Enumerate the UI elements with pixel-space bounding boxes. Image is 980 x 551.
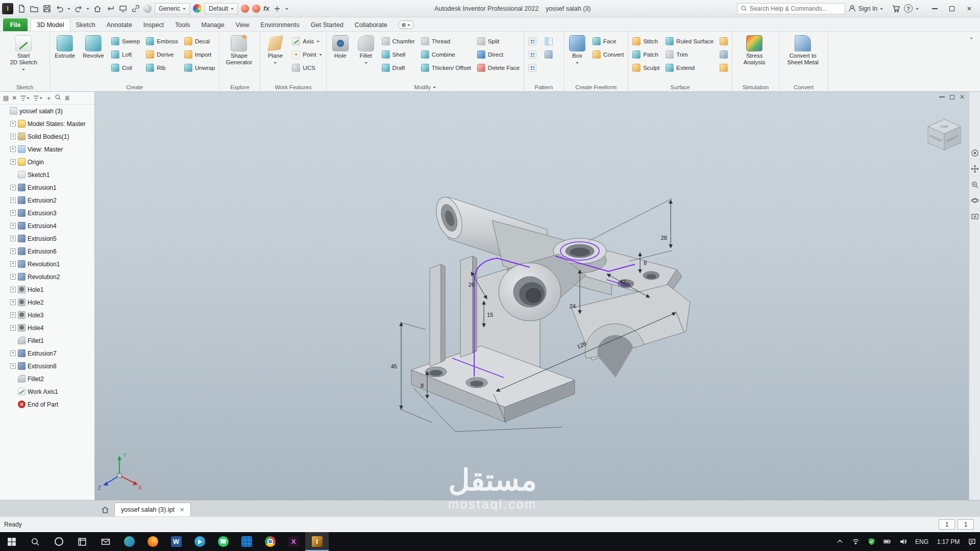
ribbon-tab[interactable]: Annotate bbox=[101, 18, 138, 31]
expand-icon[interactable]: + bbox=[10, 185, 16, 190]
redo-icon[interactable] bbox=[74, 4, 83, 13]
plane-button[interactable]: Plane bbox=[262, 33, 288, 65]
expand-icon[interactable]: + bbox=[10, 287, 16, 292]
edge-icon[interactable] bbox=[117, 532, 141, 551]
split-button[interactable]: Split bbox=[475, 35, 522, 47]
material-select[interactable]: Generic bbox=[155, 3, 190, 14]
point-button[interactable]: Point bbox=[290, 48, 324, 61]
start-2d-sketch-button[interactable]: Start2D Sketch bbox=[2, 33, 45, 72]
cart-icon[interactable] bbox=[891, 4, 901, 13]
browser-item[interactable]: + Extrusion7 bbox=[0, 347, 94, 360]
sign-in-button[interactable]: Sign In bbox=[848, 5, 883, 12]
browser-item[interactable]: + Hole2 bbox=[0, 296, 94, 309]
display-settings-icon[interactable] bbox=[118, 4, 128, 13]
expand-icon[interactable]: + bbox=[10, 121, 16, 127]
start-button[interactable] bbox=[0, 532, 23, 551]
expand-icon[interactable]: + bbox=[10, 274, 16, 280]
derive-button[interactable]: Derive bbox=[144, 48, 180, 61]
language-indicator[interactable]: ENG bbox=[911, 532, 933, 551]
doc-close-icon[interactable] bbox=[960, 93, 965, 101]
design-app-x-icon[interactable]: X bbox=[282, 532, 305, 551]
color-wheel-icon[interactable] bbox=[193, 4, 202, 13]
browser-item[interactable]: Fillet2 bbox=[0, 372, 94, 385]
extend-button[interactable]: Extend bbox=[664, 62, 716, 74]
rectangular-pattern-button[interactable] bbox=[526, 35, 538, 47]
shell-button[interactable]: Shell bbox=[380, 48, 417, 61]
pattern-extra-button[interactable] bbox=[543, 48, 555, 61]
expand-icon[interactable]: + bbox=[10, 312, 16, 318]
emboss-button[interactable]: Emboss bbox=[144, 35, 180, 47]
surface-extra-button-2[interactable] bbox=[718, 48, 730, 61]
doc-minimize-icon[interactable] bbox=[939, 96, 945, 97]
patch-button[interactable]: Patch bbox=[630, 48, 662, 61]
revolve-button[interactable]: Revolve bbox=[80, 33, 107, 59]
rib-button[interactable]: Rib bbox=[144, 62, 180, 74]
expand-icon[interactable]: + bbox=[10, 363, 16, 369]
return-icon[interactable] bbox=[105, 4, 115, 13]
ribbon-overflow-dropdown-icon[interactable] bbox=[970, 38, 973, 41]
browser-item[interactable]: + Revolution1 bbox=[0, 258, 94, 270]
thread-button[interactable]: Thread bbox=[419, 35, 473, 47]
browser-close-icon[interactable] bbox=[12, 94, 17, 102]
freeform-convert-button[interactable]: Convert bbox=[591, 48, 626, 61]
maximize-button[interactable] bbox=[943, 2, 961, 15]
browser-item[interactable]: + Extrusion4 bbox=[0, 219, 94, 232]
axis-button[interactable]: Axis bbox=[290, 35, 324, 47]
extrude-button[interactable]: Extrude bbox=[52, 33, 78, 59]
group-label-modify[interactable]: Modify bbox=[329, 83, 522, 91]
browser-item[interactable]: End of Part bbox=[0, 398, 94, 411]
ribbon-tab[interactable]: Inspect bbox=[138, 18, 169, 31]
network-icon[interactable] bbox=[848, 532, 864, 551]
browser-item[interactable]: + Extrusion2 bbox=[0, 194, 94, 207]
open-icon[interactable] bbox=[29, 4, 39, 13]
document-tab-close-icon[interactable] bbox=[180, 507, 184, 513]
browser-item[interactable]: + Extrusion5 bbox=[0, 232, 94, 245]
expand-icon[interactable]: + bbox=[10, 248, 16, 254]
zoom-icon[interactable] bbox=[971, 181, 979, 190]
file-menu-button[interactable]: File bbox=[3, 18, 28, 31]
search-input[interactable] bbox=[750, 5, 842, 12]
task-view-icon[interactable] bbox=[70, 532, 94, 551]
word-icon[interactable]: W bbox=[164, 532, 188, 551]
battery-icon[interactable] bbox=[879, 532, 895, 551]
undo-icon[interactable] bbox=[55, 4, 64, 13]
appearance-select[interactable]: Default bbox=[205, 3, 238, 14]
stress-analysis-button[interactable]: StressAnalysis bbox=[734, 33, 774, 66]
expand-icon[interactable]: + bbox=[10, 210, 16, 216]
fx-icon[interactable]: fx bbox=[263, 5, 270, 12]
clock[interactable]: 1:17 PM bbox=[933, 532, 964, 551]
loft-button[interactable]: Loft bbox=[109, 48, 142, 61]
ribbon-tab[interactable]: 3D Model bbox=[31, 18, 70, 31]
adjust-sphere-icon-1[interactable] bbox=[241, 5, 249, 13]
convert-sheet-metal-button[interactable]: Convert toSheet Metal bbox=[781, 33, 824, 66]
import-button[interactable]: Import bbox=[182, 48, 217, 61]
unwrap-button[interactable]: Unwrap bbox=[182, 62, 217, 74]
browser-item[interactable]: Work Axis1 bbox=[0, 385, 94, 398]
browser-item[interactable]: + Hole1 bbox=[0, 283, 94, 296]
firefox-icon[interactable] bbox=[141, 532, 164, 551]
browser-item[interactable]: Sketch1 bbox=[0, 168, 94, 181]
notifications-icon[interactable] bbox=[964, 532, 980, 551]
browser-item[interactable]: + Hole4 bbox=[0, 321, 94, 334]
fillet-button[interactable]: Fillet bbox=[354, 33, 378, 65]
expand-icon[interactable]: + bbox=[10, 325, 16, 331]
ribbon-tab[interactable]: Tools bbox=[169, 18, 195, 31]
browser-item[interactable]: + Revolution2 bbox=[0, 270, 94, 283]
taskbar-search-icon[interactable] bbox=[23, 532, 47, 551]
freeform-face-button[interactable]: Face bbox=[591, 35, 626, 47]
security-shield-icon[interactable] bbox=[864, 532, 879, 551]
surface-extra-button-1[interactable] bbox=[718, 35, 730, 47]
new-file-icon[interactable] bbox=[16, 4, 26, 13]
combine-button[interactable]: Combine bbox=[419, 48, 473, 61]
expand-icon[interactable]: + bbox=[10, 236, 16, 241]
coil-button[interactable]: Coil bbox=[109, 62, 142, 74]
surface-extra-button-3[interactable] bbox=[718, 62, 730, 74]
delete-face-button[interactable]: Delete Face bbox=[475, 62, 522, 74]
help-icon[interactable]: ? bbox=[904, 4, 913, 13]
telegram-icon[interactable] bbox=[188, 532, 211, 551]
browser-item[interactable]: + View: Master bbox=[0, 143, 94, 156]
adjust-sphere-icon-2[interactable] bbox=[252, 5, 260, 13]
ribbon-tab[interactable]: Environments bbox=[255, 18, 305, 31]
add-icon[interactable] bbox=[273, 4, 282, 13]
close-button[interactable] bbox=[961, 2, 978, 15]
